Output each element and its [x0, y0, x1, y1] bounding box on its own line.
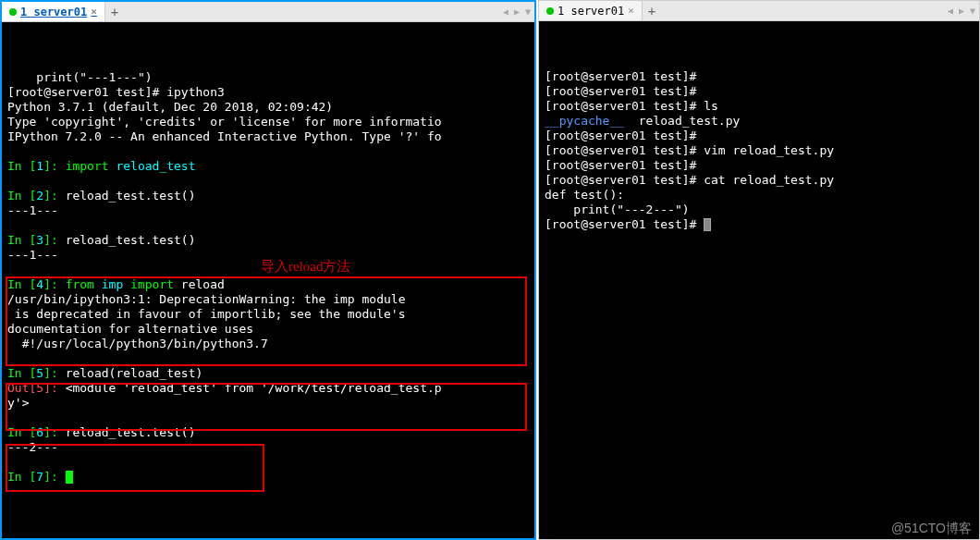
- chevron-right-icon[interactable]: ▶: [512, 6, 521, 17]
- terminal-text: ]:: [43, 366, 65, 380]
- status-dot-icon: [546, 7, 554, 15]
- chevron-left-icon[interactable]: ◀: [946, 6, 955, 16]
- terminal-text: /usr/bin/ipython3:1: DeprecationWarning:…: [7, 292, 405, 306]
- terminal-left[interactable]: print("---1---")[root@server01 test]# ip…: [2, 22, 534, 538]
- terminal-text: Out[: [7, 381, 36, 395]
- terminal-text: reload_test.py: [624, 114, 740, 128]
- terminal-text: ]:: [43, 425, 65, 439]
- cursor-icon: [66, 471, 73, 484]
- terminal-line: [root@server01 test]# ls: [545, 99, 974, 114]
- terminal-text: __pycache__: [545, 114, 624, 128]
- terminal-line: Python 3.7.1 (default, Dec 20 2018, 02:0…: [7, 100, 529, 115]
- terminal-right[interactable]: [root@server01 test]#[root@server01 test…: [539, 21, 979, 539]
- terminal-text: ]:: [43, 159, 65, 173]
- tab-label: 1 server01: [20, 6, 87, 18]
- terminal-text: ]:: [43, 233, 65, 247]
- cursor-icon: [704, 218, 711, 231]
- terminal-text: 6: [36, 425, 43, 439]
- terminal-text: is deprecated in favour of importlib; se…: [7, 307, 405, 321]
- terminal-text: reload_test.test(): [66, 425, 196, 439]
- terminal-text: <module 'reload_test' from '/work/test/r…: [66, 381, 442, 395]
- terminal-text: 1: [36, 159, 43, 173]
- terminal-text: ---2---: [7, 440, 58, 454]
- terminal-line: [root@server01 test]#: [545, 69, 974, 84]
- terminal-text: 2: [36, 189, 43, 202]
- terminal-text: from: [66, 277, 94, 291]
- terminal-line: [root@server01 test]#: [545, 217, 974, 232]
- close-icon[interactable]: ×: [628, 5, 634, 17]
- terminal-text: In [: [7, 366, 36, 380]
- terminal-line: [7, 144, 529, 159]
- terminal-line: [7, 174, 529, 189]
- terminal-line: [7, 351, 529, 366]
- terminal-text: reload_test: [116, 159, 195, 173]
- terminal-line: In [5]: reload(reload_test): [7, 366, 529, 381]
- terminal-line: In [3]: reload_test.test(): [7, 233, 529, 248]
- tab-nav: ◀ ▶ ▼: [946, 1, 977, 20]
- tabbar-left: 1 server01 × + ◀ ▶ ▼: [2, 2, 534, 22]
- chevron-right-icon[interactable]: ▶: [957, 6, 966, 16]
- terminal-text: 4: [36, 277, 43, 291]
- add-tab-button[interactable]: +: [105, 2, 124, 21]
- terminal-text: reload_test.test(): [66, 189, 196, 202]
- terminal-text: In [: [7, 470, 36, 484]
- terminal-text: def test():: [545, 188, 624, 202]
- terminal-line: /usr/bin/ipython3:1: DeprecationWarning:…: [7, 292, 529, 307]
- terminal-text: [root@server01 test]#: [545, 158, 696, 172]
- terminal-text: 3: [36, 233, 43, 247]
- terminal-text: print("---1---"): [7, 70, 153, 84]
- terminal-text: import: [66, 159, 109, 173]
- terminal-text: [root@server01 test]# ls: [545, 99, 718, 113]
- terminal-line: [root@server01 test]#: [545, 158, 974, 173]
- terminal-line: In [2]: reload_test.test(): [7, 189, 529, 203]
- terminal-line: Type 'copyright', 'credits' or 'license'…: [7, 115, 529, 129]
- terminal-text: [123, 277, 130, 291]
- tab-server01-right[interactable]: 1 server01 ×: [539, 1, 643, 20]
- terminal-text: #!/usr/local/python3/bin/python3.7: [7, 337, 268, 350]
- terminal-line: #!/usr/local/python3/bin/python3.7: [7, 337, 529, 351]
- terminal-line: [7, 218, 529, 233]
- terminal-text: reload: [174, 277, 225, 291]
- terminal-text: In [: [7, 159, 36, 173]
- terminal-line: In [4]: from imp import reload: [7, 277, 529, 292]
- terminal-text: print("---2---"): [545, 202, 690, 216]
- chevron-down-icon[interactable]: ▼: [968, 6, 977, 16]
- terminal-text: [94, 277, 102, 291]
- terminal-text: ]:: [43, 381, 65, 395]
- terminal-text: imp: [102, 277, 123, 291]
- terminal-text: reload_test.test(): [66, 233, 196, 247]
- terminal-line: ---2---: [7, 440, 529, 455]
- terminal-line: IPython 7.2.0 -- An enhanced Interactive…: [7, 129, 529, 144]
- terminal-line: is deprecated in favour of importlib; se…: [7, 307, 529, 322]
- terminal-text: [root@server01 test]# cat reload_test.py: [545, 173, 834, 187]
- terminal-line: print("---2---"): [545, 202, 974, 217]
- terminal-line: Out[5]: <module 'reload_test' from '/wor…: [7, 381, 529, 396]
- terminal-text: ]:: [43, 470, 65, 484]
- terminal-text: reload(reload_test): [66, 366, 203, 380]
- chevron-down-icon[interactable]: ▼: [523, 6, 533, 17]
- tab-nav: ◀ ▶ ▼: [501, 2, 533, 21]
- terminal-line: [root@server01 test]#: [545, 84, 974, 99]
- terminal-line: print("---1---"): [7, 70, 529, 85]
- tabbar-right: 1 server01 × + ◀ ▶ ▼: [539, 1, 979, 21]
- close-icon[interactable]: ×: [91, 6, 97, 18]
- terminal-text: IPython 7.2.0 -- An enhanced Interactive…: [7, 129, 442, 143]
- terminal-line: ---1---: [7, 203, 529, 218]
- terminal-text: [root@server01 test]#: [545, 129, 696, 142]
- tab-server01-left[interactable]: 1 server01 ×: [2, 2, 105, 21]
- terminal-line: [7, 455, 529, 470]
- chevron-left-icon[interactable]: ◀: [501, 6, 510, 17]
- terminal-line: In [1]: import reload_test: [7, 159, 529, 174]
- right-pane: 1 server01 × + ◀ ▶ ▼ [root@server01 test…: [538, 0, 980, 540]
- terminal-text: In [: [7, 233, 36, 247]
- terminal-line: def test():: [545, 188, 974, 202]
- add-tab-button[interactable]: +: [643, 1, 661, 20]
- terminal-text: import: [130, 277, 174, 291]
- terminal-text: [root@server01 test]#: [545, 217, 704, 231]
- terminal-text: In [: [7, 425, 36, 439]
- annotation-label: 导入reload方法: [261, 259, 350, 274]
- terminal-text: In [: [7, 277, 36, 291]
- terminal-line: In [7]:: [7, 470, 529, 485]
- left-pane: 1 server01 × + ◀ ▶ ▼ print("---1---")[ro…: [0, 0, 536, 540]
- terminal-text: ]:: [43, 277, 65, 291]
